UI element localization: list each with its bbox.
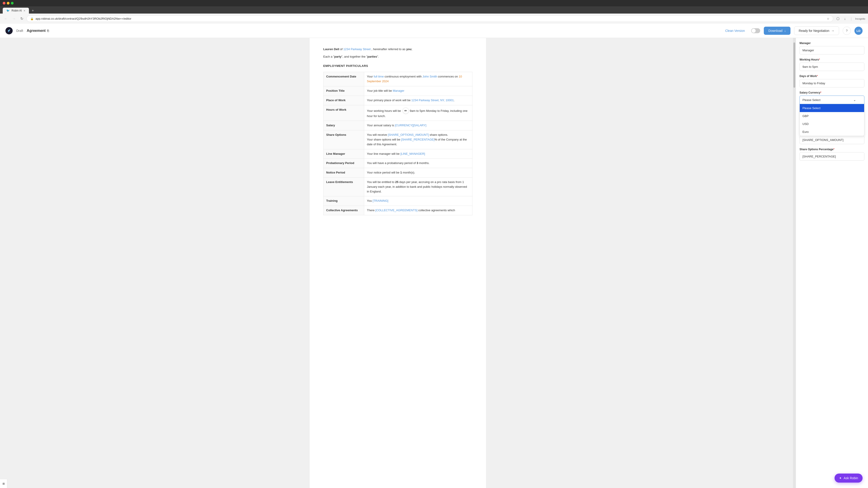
table-row: Training You [TRAINING] [323, 196, 472, 206]
row-content: Your notice period will be 1 month(s). [364, 168, 472, 177]
new-tab-button[interactable]: + [30, 8, 35, 13]
tab-close-button[interactable]: ✕ [24, 9, 25, 12]
intro-paragraph: Lauren Dell of 1234 Parkway Street , her… [323, 47, 472, 52]
chevron-down-icon: ⌄ [853, 98, 856, 102]
question-mark-icon: ? [846, 29, 848, 33]
share-options-percentage-input[interactable] [800, 152, 864, 161]
row-label: Position Title [323, 86, 364, 96]
incognito-button[interactable]: Incognito [855, 18, 865, 20]
active-tab[interactable]: 🐦 Robin AI ✕ [3, 8, 29, 13]
row-content: Your working hours will be ✏ 9am to 5pm … [364, 105, 472, 121]
minimize-window-button[interactable] [7, 2, 9, 4]
row-label: Training [323, 196, 364, 206]
forward-button[interactable]: → [11, 16, 17, 21]
clean-version-button[interactable]: Clean Version [722, 27, 747, 34]
section-title: EMPLOYMENT PARTICULARS [323, 64, 472, 68]
download-icon: ↓ [784, 29, 786, 33]
row-label: Leave Entitlements [323, 177, 364, 196]
table-row: Place of Work Your primary place of work… [323, 96, 472, 105]
row-label: Salary [323, 121, 364, 130]
salary-currency-form-group: Salary Currency* Please Select ⌄ Please … [800, 91, 864, 104]
salary-currency-label: Salary Currency* [800, 91, 864, 94]
table-row: Position Title Your job title will be Ma… [323, 86, 472, 96]
table-row: Probationary Period You will have a prob… [323, 159, 472, 168]
download-indicator-button[interactable]: ↓ [843, 16, 847, 21]
contract-table: Commencement Date Your full time continu… [323, 72, 472, 215]
dropdown-option-please-select[interactable]: Please Select [800, 104, 864, 112]
share-options-percentage-form-group: Share Options Percentage* [800, 148, 864, 161]
address-bar[interactable]: 🔒 app.robinai.co.uk/draft/contract/Q29ud… [26, 15, 833, 22]
row-content: You will have a probationary period of 3… [364, 159, 472, 168]
address-link: 1234 Parkway Street [343, 47, 371, 51]
avatar-button[interactable]: LD [855, 27, 863, 35]
share-options-input[interactable] [800, 136, 864, 144]
document-area: Lauren Dell of 1234 Parkway Street , her… [0, 38, 796, 488]
table-row: Salary Your annual salary is [CURRENCY][… [323, 121, 472, 130]
refresh-button[interactable]: ↻ [19, 16, 25, 21]
app-header: Draft Agreement ⎘ Clean Version Download… [0, 24, 868, 38]
app-logo-icon [5, 27, 13, 34]
address-bar-row: ← → ↻ 🔒 app.robinai.co.uk/draft/contract… [0, 13, 868, 24]
ask-robin-label: Ask Robin [844, 476, 858, 480]
row-content: You [TRAINING] [364, 196, 472, 206]
document-scrollbar-track[interactable] [793, 38, 796, 488]
copy-icon: ⎘ [47, 29, 49, 33]
dropdown-option-euro[interactable]: Euro [800, 128, 864, 136]
working-hours-label: Working Hours* [800, 58, 864, 61]
row-label: Notice Period [323, 168, 364, 177]
row-label: Share Options [323, 130, 364, 149]
row-content: Your job title will be Manager [364, 86, 472, 96]
document-content: Lauren Dell of 1234 Parkway Street , her… [310, 38, 486, 488]
maximize-window-button[interactable] [11, 2, 13, 4]
row-label: Line Manager [323, 149, 364, 159]
dropdown-option-gbp[interactable]: GBP [800, 112, 864, 120]
tab-favicon: 🐦 [6, 9, 10, 12]
extensions-button[interactable]: ⬡ [835, 16, 841, 21]
ready-for-negotiation-button[interactable]: Ready for Negotiation → [794, 26, 839, 35]
row-content: Your line manager will be [LINE_MANAGER] [364, 149, 472, 159]
close-window-button[interactable] [3, 2, 5, 4]
party-paragraph: Each a "party", and together the "partie… [323, 55, 472, 59]
separator: | [851, 17, 852, 21]
working-hours-input[interactable] [800, 63, 864, 71]
document-scrollbar-thumb[interactable] [794, 42, 795, 88]
table-row: Hours of Work Your working hours will be… [323, 105, 472, 121]
star-icon: ☆ [827, 17, 829, 20]
ask-robin-icon: ✦ [839, 476, 842, 480]
manager-input[interactable] [800, 46, 864, 55]
salary-currency-select[interactable]: Please Select ⌄ [800, 96, 864, 104]
table-row: Collective Agreements There [COLLECTIVE_… [323, 206, 472, 215]
row-label: Hours of Work [323, 105, 364, 121]
sidebar-panel: Manager Working Hours* Days of Work* Sal… [796, 38, 868, 488]
help-button[interactable]: ? [843, 27, 851, 35]
table-row: Notice Period Your notice period will be… [323, 168, 472, 177]
lock-icon: 🔒 [30, 17, 34, 20]
document-text: Lauren Dell of 1234 Parkway Street , her… [323, 47, 472, 215]
document-title: Agreement ⎘ [27, 29, 49, 33]
person-name: Lauren Dell [323, 47, 339, 51]
row-label: Probationary Period [323, 159, 364, 168]
table-row: Commencement Date Your full time continu… [323, 72, 472, 86]
clean-version-toggle[interactable] [751, 28, 760, 33]
bottom-panel-button[interactable]: ⊞ [0, 479, 7, 488]
row-label: Collective Agreements [323, 206, 364, 215]
days-of-work-form-group: Days of Work* [800, 74, 864, 88]
tab-title: Robin AI [11, 9, 22, 12]
row-content: Your full time continuous employment wit… [364, 72, 472, 86]
dropdown-option-usd[interactable]: USD [800, 120, 864, 128]
table-row: Line Manager Your line manager will be [… [323, 149, 472, 159]
row-label: Place of Work [323, 96, 364, 105]
window-controls [3, 2, 13, 4]
panel-icon: ⊞ [2, 482, 5, 485]
salary-currency-select-wrapper: Please Select ⌄ Please Select GBP USD Eu… [800, 96, 864, 104]
manager-form-group: Manager [800, 41, 864, 55]
edit-hours-button[interactable]: ✏ [403, 107, 409, 114]
row-content: There [COLLECTIVE_AGREEMENTS] collective… [364, 206, 472, 215]
download-button[interactable]: Download ↓ [764, 27, 790, 35]
days-of-work-input[interactable] [800, 79, 864, 88]
url-text: app.robinai.co.uk/draft/contract/Q29udHJ… [35, 17, 825, 20]
tab-bar: 🐦 Robin AI ✕ + [0, 6, 868, 13]
ask-robin-button[interactable]: ✦ Ask Robin [835, 474, 863, 483]
back-button[interactable]: ← [3, 16, 9, 21]
manager-label: Manager [800, 41, 864, 45]
